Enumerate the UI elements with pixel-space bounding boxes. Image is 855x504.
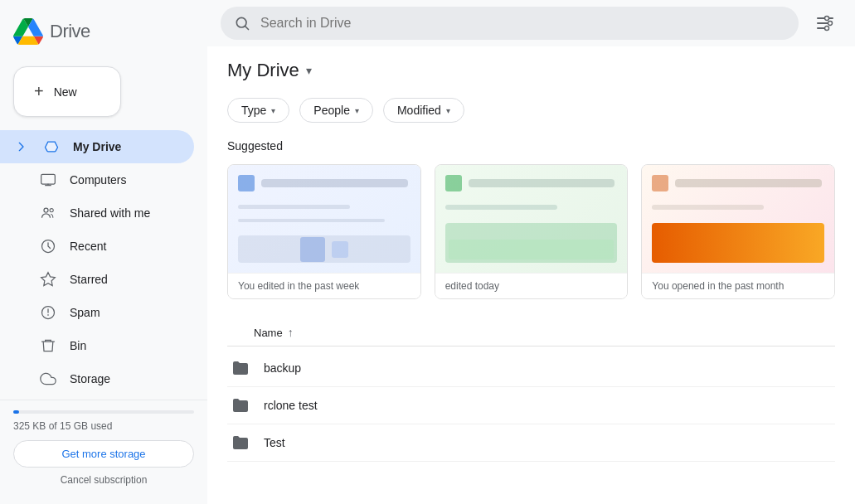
folder-icon xyxy=(231,395,250,415)
sidebar-item-my-drive[interactable]: My Drive xyxy=(0,130,194,163)
sidebar-item-shared-label: Shared with me xyxy=(70,206,150,220)
svg-point-6 xyxy=(828,22,833,26)
chevron-placeholder xyxy=(13,172,27,188)
sidebar-item-computers-label: Computers xyxy=(70,173,126,187)
sidebar-item-storage[interactable]: Storage xyxy=(0,362,194,395)
search-bar[interactable] xyxy=(221,7,799,40)
google-drive-logo xyxy=(13,17,43,46)
get-more-storage-button[interactable]: Get more storage xyxy=(13,440,194,468)
filter-people-button[interactable]: People ▾ xyxy=(299,98,373,123)
shared-icon xyxy=(40,205,56,221)
sidebar-item-recent[interactable]: Recent xyxy=(0,230,194,263)
file-list-header: Name ↑ xyxy=(227,319,835,346)
people-icon xyxy=(13,205,27,221)
spam-icon xyxy=(40,304,56,321)
app-header: Drive xyxy=(0,8,207,60)
topbar xyxy=(207,0,855,46)
sidebar: Drive + New My Drive Computers xyxy=(0,0,207,504)
sidebar-item-computers[interactable]: Computers xyxy=(0,163,194,196)
suggested-card-1[interactable]: You edited in the past week xyxy=(227,164,421,299)
sidebar-item-spam[interactable]: Spam xyxy=(0,296,194,329)
card-preview-3 xyxy=(642,165,834,273)
sidebar-item-bin-label: Bin xyxy=(70,339,86,352)
new-plus-icon: + xyxy=(34,82,44,101)
spam-placeholder xyxy=(13,304,27,321)
filter-type-arrow: ▾ xyxy=(271,106,275,115)
table-row[interactable]: rclone test xyxy=(227,387,835,424)
filter-type-button[interactable]: Type ▾ xyxy=(227,98,289,123)
file-name: rclone test xyxy=(264,399,318,412)
suggested-card-2[interactable]: edited today xyxy=(435,164,629,299)
file-name: Test xyxy=(264,436,285,449)
computers-icon xyxy=(40,172,56,188)
search-input[interactable] xyxy=(260,16,785,31)
folder-icon xyxy=(231,358,250,378)
filter-modified-label: Modified xyxy=(397,104,441,117)
starred-placeholder xyxy=(13,271,27,288)
sidebar-item-bin[interactable]: Bin xyxy=(0,329,194,362)
filter-people-arrow: ▾ xyxy=(355,106,359,115)
drive-title: My Drive xyxy=(227,60,299,81)
card-preview-2 xyxy=(435,165,628,273)
svg-point-1 xyxy=(44,208,48,212)
new-button-label: New xyxy=(54,85,77,99)
drive-title-bar: My Drive ▾ xyxy=(227,60,835,81)
suggested-section-title: Suggested xyxy=(227,139,835,153)
star-icon xyxy=(40,271,56,288)
suggested-grid: You edited in the past week edited today xyxy=(227,164,835,299)
drive-area: My Drive ▾ Type ▾ People ▾ Modified ▾ Su… xyxy=(207,46,855,504)
recent-icon xyxy=(40,238,56,254)
sidebar-item-my-drive-label: My Drive xyxy=(73,140,121,153)
card-3-label: You opened in the past month xyxy=(642,273,834,298)
settings-icon-button[interactable] xyxy=(809,7,842,40)
svg-point-2 xyxy=(50,209,53,212)
storage-placeholder xyxy=(13,371,27,387)
table-row[interactable]: Test xyxy=(227,424,835,462)
card-1-label: You edited in the past week xyxy=(228,273,420,298)
filter-sliders-icon xyxy=(815,13,835,33)
cloud-icon xyxy=(40,371,56,387)
storage-section: 325 KB of 15 GB used Get more storage Ca… xyxy=(0,400,207,496)
bin-placeholder xyxy=(13,337,27,354)
name-column-label: Name xyxy=(254,327,283,339)
new-button[interactable]: + New xyxy=(13,66,121,117)
sidebar-nav: My Drive Computers Shared with me Recent xyxy=(0,130,207,400)
filter-bar: Type ▾ People ▾ Modified ▾ xyxy=(227,98,835,123)
file-name: backup xyxy=(264,361,301,375)
app-title: Drive xyxy=(50,21,90,42)
recent-placeholder xyxy=(13,238,27,254)
svg-rect-0 xyxy=(41,174,56,184)
svg-point-7 xyxy=(825,27,829,31)
storage-bar xyxy=(13,410,194,414)
filter-type-label: Type xyxy=(241,104,266,117)
file-list-name-column[interactable]: Name ↑ xyxy=(254,326,294,339)
cancel-subscription-text[interactable]: Cancel subscription xyxy=(13,474,194,486)
svg-point-8 xyxy=(825,17,829,21)
filter-modified-button[interactable]: Modified ▾ xyxy=(383,98,464,123)
search-icon xyxy=(234,15,250,32)
chevron-right-icon xyxy=(13,138,30,155)
my-drive-icon xyxy=(43,138,60,155)
sidebar-item-storage-label: Storage xyxy=(70,372,110,385)
trash-icon xyxy=(40,337,56,354)
suggested-card-3[interactable]: You opened in the past month xyxy=(641,164,835,299)
storage-text: 325 KB of 15 GB used xyxy=(13,420,194,432)
sidebar-item-spam-label: Spam xyxy=(70,306,100,319)
sidebar-item-recent-label: Recent xyxy=(70,240,106,253)
card-preview-1 xyxy=(228,165,420,273)
sort-arrow-icon: ↑ xyxy=(288,326,294,339)
filter-modified-arrow: ▾ xyxy=(446,106,450,115)
main-content: My Drive ▾ Type ▾ People ▾ Modified ▾ Su… xyxy=(207,0,855,504)
sidebar-item-starred-label: Starred xyxy=(70,273,108,286)
sidebar-item-starred[interactable]: Starred xyxy=(0,263,194,296)
card-2-label: edited today xyxy=(435,273,628,298)
my-drive-dropdown[interactable]: ▾ xyxy=(306,64,312,77)
sidebar-item-shared-with-me[interactable]: Shared with me xyxy=(0,196,194,230)
folder-icon xyxy=(231,433,250,453)
table-row[interactable]: backup xyxy=(227,350,835,387)
filter-people-label: People xyxy=(313,104,350,117)
storage-bar-fill xyxy=(13,410,19,414)
